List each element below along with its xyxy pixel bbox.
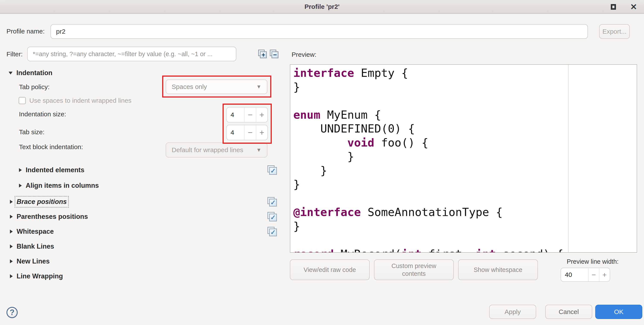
chevron-right-icon[interactable] xyxy=(10,259,13,263)
code-line: UNDEFINED(0) { xyxy=(293,122,563,136)
indentation-subitems: Indented elements✓Align items in columns xyxy=(0,162,285,193)
chevron-down-icon: ▼ xyxy=(256,147,262,153)
plus-button[interactable]: + xyxy=(256,108,268,122)
expand-all-icon: + xyxy=(260,51,267,58)
view-edit-raw-code-button[interactable]: View/edit raw code xyxy=(290,259,370,280)
code-line: void foo() { xyxy=(293,136,563,150)
close-button[interactable]: ✕ xyxy=(629,2,638,12)
tree-item-whitespace[interactable]: Whitespace✓ xyxy=(0,224,285,239)
check-all-icon[interactable]: ✓ xyxy=(268,212,277,221)
minus-button[interactable]: − xyxy=(244,125,256,140)
tree-item-blank-lines[interactable]: Blank Lines xyxy=(0,239,285,254)
code-line: record MyRecord(int first, int second) { xyxy=(293,247,563,253)
code-line: } xyxy=(293,177,563,191)
formatter-profile-dialog: Profile 'pr2' ✕ Profile name: Export... … xyxy=(0,0,644,325)
plus-button[interactable]: + xyxy=(599,268,610,281)
tree-item-label: Whitespace xyxy=(16,228,54,235)
text-block-indentation-value: Default for wrapped lines xyxy=(172,146,243,154)
profile-name-input[interactable] xyxy=(50,24,588,39)
help-icon: ? xyxy=(10,308,14,317)
indentation-size-label: Indentation size: xyxy=(19,111,66,118)
cancel-button[interactable]: Cancel xyxy=(545,305,592,319)
tree-item-parentheses-positions[interactable]: Parentheses positions✓ xyxy=(0,209,285,224)
use-spaces-checkbox[interactable] xyxy=(18,97,26,104)
minus-button[interactable]: − xyxy=(588,268,599,281)
show-whitespace-button[interactable]: Show whitespace xyxy=(458,259,538,280)
custom-preview-contents-button[interactable]: Custom preview contents xyxy=(374,259,454,280)
tree-item-label: Indented elements xyxy=(26,166,84,174)
chevron-down-icon[interactable] xyxy=(9,72,12,75)
use-spaces-label: Use spaces to indent wrapped lines xyxy=(29,97,132,104)
chevron-right-icon[interactable] xyxy=(10,200,13,204)
chevron-down-icon: ▼ xyxy=(256,84,262,90)
code-line xyxy=(293,94,563,108)
tree-item-brace-positions[interactable]: Brace positions✓ xyxy=(0,194,285,209)
code-line: interface Empty { xyxy=(293,66,563,80)
dialog-title: Profile 'pr2' xyxy=(0,0,644,13)
tree-item-label: Align items in columns xyxy=(26,182,99,189)
tree-item-indented-elements[interactable]: Indented elements✓ xyxy=(0,162,285,178)
chevron-right-icon[interactable] xyxy=(10,215,13,219)
margin-guide-line xyxy=(568,65,568,252)
maximize-button[interactable] xyxy=(609,2,618,12)
code-line: @interface SomeAnnotationType { xyxy=(293,205,563,219)
title-bar: Profile 'pr2' ✕ xyxy=(0,0,644,14)
chevron-right-icon[interactable] xyxy=(19,168,22,172)
chevron-right-icon[interactable] xyxy=(19,184,22,188)
tab-size-label: Tab size: xyxy=(19,128,44,136)
code-line: } xyxy=(293,80,563,94)
check-all-icon[interactable]: ✓ xyxy=(268,197,277,206)
tree-section-label: Indentation xyxy=(16,69,52,77)
tree-section-indentation[interactable]: Indentation xyxy=(9,67,52,79)
chevron-right-icon[interactable] xyxy=(10,244,13,248)
preview-line-width-input[interactable] xyxy=(561,268,588,281)
preview-button-bar: View/edit raw codeCustom preview content… xyxy=(290,259,538,280)
tab-policy-label: Tab policy: xyxy=(19,83,50,91)
profile-name-label: Profile name: xyxy=(6,28,45,35)
export-button[interactable]: Export... xyxy=(599,24,630,39)
preview-line-width-label: Preview line width: xyxy=(560,258,618,265)
maximize-icon xyxy=(611,4,616,10)
tree-item-label: Line Wrapping xyxy=(16,272,63,280)
tab-size-spinner: − + xyxy=(226,125,268,140)
expand-all-button[interactable]: + xyxy=(258,50,267,58)
text-block-indentation-label: Text block indentation: xyxy=(19,143,83,151)
code-line xyxy=(293,233,563,247)
plus-button[interactable]: + xyxy=(256,125,268,140)
code-line: enum MyEnum { xyxy=(293,108,563,122)
tree-item-new-lines[interactable]: New Lines xyxy=(0,254,285,269)
formatter-tree-items: Brace positions✓Parentheses positions✓Wh… xyxy=(0,194,285,283)
tree-item-label: Brace positions xyxy=(16,198,67,206)
indentation-size-spinner: − + xyxy=(226,107,268,123)
chevron-right-icon[interactable] xyxy=(10,274,13,278)
use-spaces-checkbox-row[interactable]: Use spaces to indent wrapped lines xyxy=(18,94,132,107)
tree-item-label: Parentheses positions xyxy=(16,213,88,221)
preview-code: interface Empty {} enum MyEnum { UNDEFIN… xyxy=(293,66,563,253)
code-line xyxy=(293,191,563,205)
ok-button[interactable]: OK xyxy=(595,305,642,319)
code-line: } xyxy=(293,150,563,164)
minus-button[interactable]: − xyxy=(244,108,256,122)
collapse-all-icon: − xyxy=(272,51,278,58)
filter-input[interactable] xyxy=(27,47,236,61)
tree-item-label: Blank Lines xyxy=(16,243,54,250)
tab-size-input[interactable] xyxy=(227,125,244,140)
filter-label: Filter: xyxy=(6,51,23,58)
text-block-indentation-dropdown[interactable]: Default for wrapped lines ▼ xyxy=(166,142,268,158)
check-all-icon[interactable]: ✓ xyxy=(268,227,277,236)
indentation-size-input[interactable] xyxy=(227,108,244,122)
tree-item-line-wrapping[interactable]: Line Wrapping xyxy=(0,269,285,283)
collapse-all-button[interactable]: − xyxy=(270,50,278,58)
code-line: } xyxy=(293,219,563,233)
tree-item-label: New Lines xyxy=(16,257,50,265)
check-all-icon[interactable]: ✓ xyxy=(268,165,277,175)
code-line: } xyxy=(293,164,563,178)
tab-policy-dropdown[interactable]: Spaces only ▼ xyxy=(166,79,268,94)
chevron-right-icon[interactable] xyxy=(10,230,13,233)
apply-button[interactable]: Apply xyxy=(489,305,536,319)
help-button[interactable]: ? xyxy=(6,307,18,318)
close-icon: ✕ xyxy=(630,3,637,11)
tree-item-align-items-in-columns[interactable]: Align items in columns xyxy=(0,178,285,193)
tab-policy-value: Spaces only xyxy=(172,83,207,90)
code-preview-pane[interactable]: interface Empty {} enum MyEnum { UNDEFIN… xyxy=(290,64,637,253)
